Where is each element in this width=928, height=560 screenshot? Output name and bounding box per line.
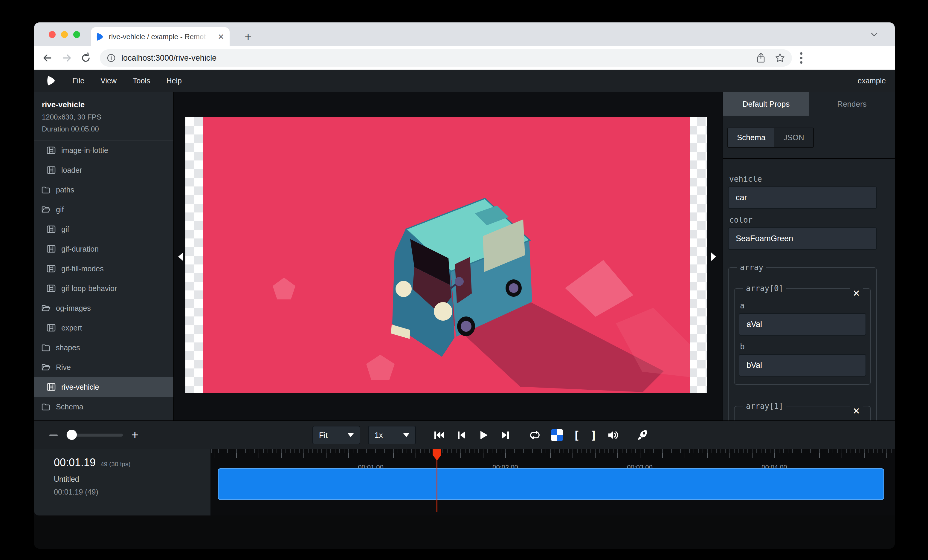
composition-viewport xyxy=(185,117,707,393)
zoom-slider[interactable] xyxy=(66,434,123,437)
new-tab-button[interactable]: + xyxy=(240,29,256,44)
zoom-window-button[interactable] xyxy=(73,31,80,38)
sidebar-folder-shapes[interactable]: shapes xyxy=(34,338,173,358)
play-icon[interactable] xyxy=(478,429,489,441)
timeline-track-bar[interactable] xyxy=(218,468,884,500)
menu-help[interactable]: Help xyxy=(166,76,182,85)
vehicle-input[interactable]: car xyxy=(728,186,877,209)
toggle-schema[interactable]: Schema xyxy=(728,128,774,147)
folder-open-icon xyxy=(41,362,50,372)
remotion-logo-icon[interactable] xyxy=(47,76,56,86)
sidebar-item-label: rive-vehicle xyxy=(61,383,99,391)
volume-icon[interactable] xyxy=(607,429,619,441)
array-item-1: array[1] ✕ a secA b xyxy=(734,402,871,420)
site-info-icon[interactable] xyxy=(107,53,116,63)
transparency-checkerboard-toggle[interactable] xyxy=(551,429,563,441)
loop-icon[interactable] xyxy=(529,429,541,441)
film-icon xyxy=(46,284,56,293)
caret-down-icon xyxy=(348,433,354,437)
timeline-info-panel: 00:01.19 49 (30 fps) Untitled 00:01.19 (… xyxy=(34,449,211,516)
menu-view[interactable]: View xyxy=(101,76,117,85)
close-window-button[interactable] xyxy=(49,31,56,38)
reload-icon[interactable] xyxy=(79,51,93,65)
previous-frame-icon[interactable] xyxy=(455,429,467,441)
browser-menu-icon[interactable] xyxy=(800,52,803,64)
film-icon xyxy=(46,165,56,175)
remove-array-item-0-icon[interactable]: ✕ xyxy=(850,288,863,298)
timeline-tracks-area[interactable]: 00:01.00 00:02.00 00:03.00 00:04.00 xyxy=(211,449,895,516)
menu-file[interactable]: File xyxy=(72,76,84,85)
sidebar-folder-gif[interactable]: gif xyxy=(34,199,173,219)
track-duration: 00:01.19 (49) xyxy=(54,488,211,496)
chevron-down-icon[interactable] xyxy=(869,31,879,38)
film-icon xyxy=(46,224,56,234)
address-bar[interactable]: localhost:3000/rive-vehicle xyxy=(100,49,792,67)
folder-icon xyxy=(41,343,50,352)
playback-bar: + Fit 1x xyxy=(34,420,895,449)
collapse-right-panel-icon[interactable] xyxy=(711,253,716,261)
collapse-left-panel-icon[interactable] xyxy=(178,253,183,261)
remotion-favicon-icon xyxy=(96,33,104,41)
forward-icon[interactable] xyxy=(60,51,73,65)
zoom-out-icon[interactable] xyxy=(49,435,58,436)
sidebar-item-expert[interactable]: expert xyxy=(34,318,173,338)
sidebar-item-loader[interactable]: loader xyxy=(34,160,173,180)
sidebar-folder-og-images[interactable]: og-images xyxy=(34,298,173,318)
back-icon[interactable] xyxy=(41,51,54,65)
toggle-json[interactable]: JSON xyxy=(774,128,813,147)
project-duration: Duration 00:05.00 xyxy=(42,125,173,133)
project-resolution: 1200x630, 30 FPS xyxy=(42,113,173,121)
sidebar-item-gif-fill-modes[interactable]: gif-fill-modes xyxy=(34,259,173,278)
browser-tab[interactable]: rive-vehicle / example - Remot ✕ xyxy=(91,27,230,46)
in-point-bracket-icon[interactable]: [ xyxy=(573,429,580,442)
bookmark-star-icon[interactable] xyxy=(775,53,785,63)
current-timecode: 00:01.19 xyxy=(54,456,96,469)
sidebar-item-gif[interactable]: gif xyxy=(34,219,173,239)
color-input[interactable]: SeaFoamGreen xyxy=(728,227,877,250)
zoom-slider-thumb[interactable] xyxy=(67,430,77,440)
sidebar-item-rive-vehicle[interactable]: rive-vehicle xyxy=(34,377,173,397)
sidebar-folder-rive[interactable]: Rive xyxy=(34,358,173,377)
tab-close-icon[interactable]: ✕ xyxy=(218,33,224,41)
app-menu-bar: File View Tools Help example xyxy=(34,70,895,92)
sidebar-item-gif-duration[interactable]: gif-duration xyxy=(34,239,173,259)
current-frame-info: 49 (30 fps) xyxy=(101,461,130,468)
array-0-b-input[interactable]: bVal xyxy=(739,354,866,376)
menu-tools[interactable]: Tools xyxy=(133,76,150,85)
sidebar-item-label: Schema xyxy=(56,403,83,411)
caret-down-icon xyxy=(403,433,409,437)
field-label-color: color xyxy=(729,215,877,224)
jump-to-start-icon[interactable] xyxy=(433,429,445,441)
url-text[interactable]: localhost:3000/rive-vehicle xyxy=(121,53,756,63)
array-0-a-input[interactable]: aVal xyxy=(739,313,866,336)
speed-dropdown-value: 1x xyxy=(375,431,383,440)
window-bottom-strip xyxy=(34,516,895,549)
remove-array-item-1-icon[interactable]: ✕ xyxy=(850,406,863,416)
playhead-handle[interactable] xyxy=(433,449,441,461)
field-label-vehicle: vehicle xyxy=(729,175,877,184)
folder-icon xyxy=(41,402,50,411)
share-icon[interactable] xyxy=(756,53,766,63)
tab-title-fade xyxy=(189,33,208,41)
jump-to-end-icon[interactable] xyxy=(499,429,511,441)
fit-dropdown[interactable]: Fit xyxy=(313,426,360,444)
tab-renders[interactable]: Renders xyxy=(809,92,895,116)
speed-dropdown[interactable]: 1x xyxy=(368,426,416,444)
sidebar-item-label: expert xyxy=(61,324,82,332)
sidebar-item-gif-loop-behavior[interactable]: gif-loop-behavior xyxy=(34,278,173,298)
sidebar-item-image-in-lottie[interactable]: image-in-lottie xyxy=(34,140,173,160)
film-icon xyxy=(46,264,56,274)
sidebar-item-label: paths xyxy=(56,186,74,194)
tab-default-props[interactable]: Default Props xyxy=(723,92,809,116)
sidebar-folder-paths[interactable]: paths xyxy=(34,180,173,199)
browser-window: rive-vehicle / example - Remot ✕ + local… xyxy=(34,23,895,549)
minimize-window-button[interactable] xyxy=(61,31,68,38)
sidebar-item-label: image-in-lottie xyxy=(61,146,108,155)
sidebar-item-label: shapes xyxy=(56,343,80,352)
sidebar-item-label: Rive xyxy=(56,363,71,372)
render-rocket-icon[interactable] xyxy=(636,429,649,441)
tab-title: rive-vehicle / example - Remot xyxy=(109,33,208,41)
sidebar-folder-schema[interactable]: Schema xyxy=(34,397,173,417)
window-controls[interactable] xyxy=(49,31,80,38)
out-point-bracket-icon[interactable]: ] xyxy=(590,429,597,442)
